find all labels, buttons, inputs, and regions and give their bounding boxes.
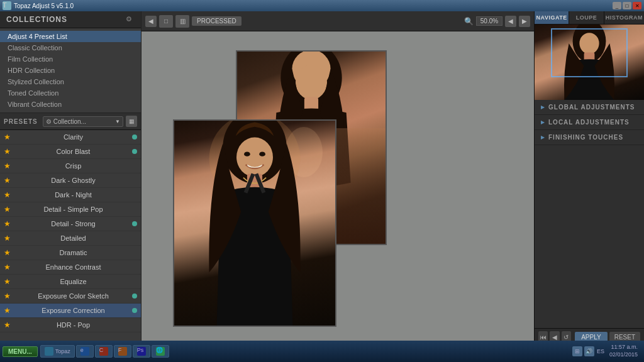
taskbar-item-ie[interactable]: e bbox=[76, 345, 94, 358]
taskbar-item-icon: C bbox=[99, 347, 108, 356]
nav-tabs: NAVIGATE LOUPE HISTOGRAM bbox=[535, 11, 644, 25]
nav-prev-button[interactable]: ◀ bbox=[145, 16, 157, 27]
svg-point-8 bbox=[259, 152, 265, 156]
preset-collection-select[interactable]: ⚙ Collection... ▼ bbox=[43, 116, 123, 127]
zoom-input[interactable] bbox=[476, 16, 502, 26]
tray-language: ES bbox=[597, 348, 604, 354]
preset-item-crisp[interactable]: ★ Crisp bbox=[0, 159, 141, 173]
preset-item-detailed[interactable]: ★ Detailed bbox=[0, 231, 141, 246]
tab-histogram[interactable]: HISTOGRAM bbox=[604, 11, 644, 24]
star-icon: ★ bbox=[4, 292, 11, 300]
preset-item-dark-ghostly[interactable]: ★ Dark - Ghostly bbox=[0, 173, 141, 188]
preset-active-dot bbox=[132, 134, 137, 140]
collection-item-film[interactable]: Film Collection bbox=[0, 53, 141, 65]
finishing-touches-label: FINISHING TOUCHES bbox=[548, 134, 623, 141]
taskbar-item-label: Topaz bbox=[55, 348, 70, 354]
star-icon: ★ bbox=[4, 306, 11, 315]
star-icon: ★ bbox=[4, 277, 11, 286]
window-title: Topaz Adjust 5 v5.1.0 bbox=[14, 3, 613, 9]
preset-item-hdr-pop[interactable]: ★ HDR - Pop bbox=[0, 318, 141, 332]
gear-icon[interactable]: ⚙ bbox=[126, 15, 135, 24]
tab-loupe[interactable]: LOUPE bbox=[569, 11, 604, 24]
thumbnail-inner bbox=[535, 25, 644, 100]
preset-item-dark-night[interactable]: ★ Dark - Night bbox=[0, 188, 141, 202]
taskbar-item-icon: e bbox=[80, 347, 89, 356]
local-adjustments-label: LOCAL ADJUSTMENTS bbox=[548, 119, 630, 126]
grid-view-button[interactable]: ▦ bbox=[126, 116, 137, 127]
tray-icon-volume[interactable]: 🔊 bbox=[584, 346, 594, 356]
view-original-button[interactable]: □ bbox=[159, 15, 173, 28]
start-button[interactable]: MENU... bbox=[3, 346, 38, 357]
taskbar-item-chrome[interactable]: C bbox=[95, 345, 113, 358]
taskbar-items: Topaz e C F Ps 🌐 bbox=[40, 345, 569, 358]
star-icon: ★ bbox=[4, 263, 11, 272]
star-icon: ★ bbox=[4, 190, 11, 199]
adjustments-section: ▶ GLOBAL ADJUSTMENTS ▶ LOCAL ADJUSTMENTS… bbox=[535, 100, 644, 328]
center-area: ◀ □ ▥ PROCESSED 🔍 ◀ ▶ bbox=[142, 11, 534, 362]
minimize-button[interactable]: _ bbox=[613, 2, 621, 9]
preset-active-dot bbox=[132, 293, 137, 299]
preset-item-colorblast[interactable]: ★ Color Blast bbox=[0, 145, 141, 159]
taskbar-item-firefox[interactable]: F bbox=[114, 345, 131, 358]
right-panel: NAVIGATE LOUPE HISTOGRAM ▶ bbox=[534, 11, 644, 362]
preset-item-equalize[interactable]: ★ Equalize bbox=[0, 275, 141, 289]
collection-item-toned[interactable]: Toned Collection bbox=[0, 87, 141, 99]
taskbar-item-icon: F bbox=[118, 347, 127, 356]
preset-item-enhance-contrast[interactable]: ★ Enhance Contrast bbox=[0, 260, 141, 275]
preset-gear-icon: ⚙ bbox=[46, 118, 52, 125]
collections-list: Adjust 4 Preset List Classic Collection … bbox=[0, 28, 141, 113]
image-canvas: Exposure Correction bbox=[142, 31, 534, 362]
zoom-out-button[interactable]: ◀ bbox=[505, 16, 516, 27]
taskbar-item-ps[interactable]: Ps bbox=[133, 345, 150, 358]
star-icon: ★ bbox=[4, 133, 11, 141]
preset-item-exposure-color-sketch[interactable]: ★ Exposure Color Sketch bbox=[0, 289, 141, 304]
collection-item-hdr[interactable]: HDR Collection bbox=[0, 65, 141, 76]
global-adjustments-item[interactable]: ▶ GLOBAL ADJUSTMENTS bbox=[535, 100, 644, 115]
preset-item-detail-simple[interactable]: ★ Detail - Simple Pop bbox=[0, 202, 141, 217]
preset-name: Dramatic bbox=[14, 249, 132, 256]
preset-active-dot bbox=[132, 221, 137, 226]
title-bar: T Topaz Adjust 5 v5.1.0 _ □ ✕ bbox=[0, 0, 644, 11]
dropdown-arrow-icon: ▼ bbox=[115, 119, 120, 124]
preset-name: Detail - Strong bbox=[14, 220, 132, 228]
finishing-touches-item[interactable]: ▶ FINISHING TOUCHES bbox=[535, 130, 644, 145]
collection-item-adjust4[interactable]: Adjust 4 Preset List bbox=[0, 31, 141, 42]
app-icon: T bbox=[3, 1, 11, 10]
photo-front-inner bbox=[174, 121, 335, 326]
preset-name: HDR - Pop bbox=[14, 321, 132, 329]
preset-name: Dark - Ghostly bbox=[14, 177, 132, 184]
star-icon: ★ bbox=[4, 162, 11, 170]
collection-item-classic[interactable]: Classic Collection bbox=[0, 42, 141, 53]
view-split-button[interactable]: ▥ bbox=[175, 15, 189, 28]
taskbar-item-globe[interactable]: 🌐 bbox=[152, 345, 169, 358]
preset-item-dramatic[interactable]: ★ Dramatic bbox=[0, 246, 141, 260]
tab-navigate[interactable]: NAVIGATE bbox=[535, 11, 569, 24]
svg-point-7 bbox=[244, 152, 250, 156]
tray-icons: ⊞ 🔊 bbox=[572, 346, 594, 356]
top-toolbar: ◀ □ ▥ PROCESSED 🔍 ◀ ▶ bbox=[142, 11, 534, 31]
taskbar-item-topaz[interactable]: Topaz bbox=[40, 345, 75, 358]
preset-name: Exposure Color Sketch bbox=[14, 292, 132, 300]
preset-name: Crisp bbox=[14, 162, 132, 170]
preset-item-clarity[interactable]: ★ Clarity bbox=[0, 130, 141, 145]
collection-item-stylized[interactable]: Stylized Collection bbox=[0, 76, 141, 87]
preset-active-dot bbox=[132, 149, 137, 154]
global-adjustments-label: GLOBAL ADJUSTMENTS bbox=[548, 104, 635, 111]
preset-item-detail-strong[interactable]: ★ Detail - Strong bbox=[0, 217, 141, 231]
collection-item-vibrant[interactable]: Vibrant Collection bbox=[0, 99, 141, 110]
collections-header: COLLECTIONS ⚙ bbox=[0, 11, 141, 28]
maximize-button[interactable]: □ bbox=[623, 2, 631, 9]
star-icon: ★ bbox=[4, 248, 11, 257]
preset-name: Clarity bbox=[14, 133, 132, 141]
close-button[interactable]: ✕ bbox=[633, 2, 641, 9]
local-adjustments-item[interactable]: ▶ LOCAL ADJUSTMENTS bbox=[535, 115, 644, 130]
tray-time: 11:57 a.m. 02/01/2015 bbox=[609, 344, 638, 358]
preset-item-exposure-correction[interactable]: ★ Exposure Correction bbox=[0, 304, 141, 318]
window-controls: _ □ ✕ bbox=[613, 2, 641, 9]
zoom-in-button[interactable]: ▶ bbox=[519, 16, 530, 27]
photo-front bbox=[173, 119, 336, 327]
star-icon: ★ bbox=[4, 205, 11, 214]
processed-label: PROCESSED bbox=[192, 16, 242, 26]
preset-name: Equalize bbox=[14, 278, 132, 285]
star-icon: ★ bbox=[4, 219, 11, 228]
